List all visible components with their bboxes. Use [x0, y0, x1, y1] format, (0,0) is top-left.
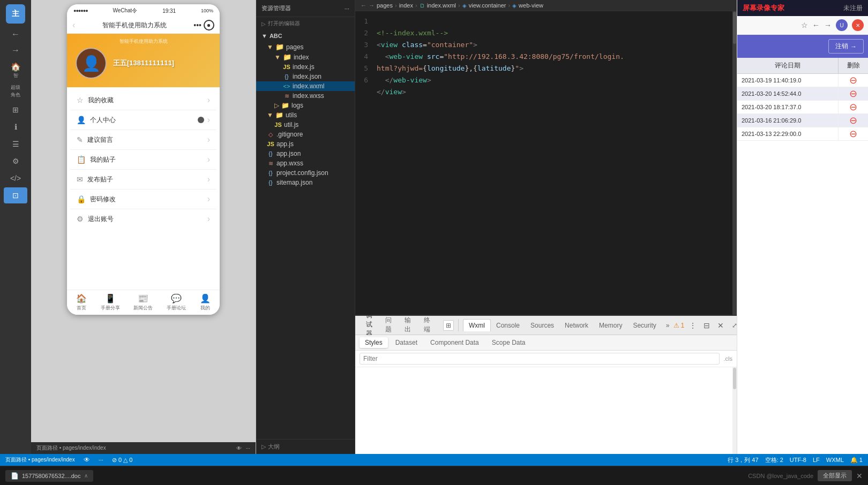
- nav-news[interactable]: 📰 新闻公告: [133, 293, 153, 312]
- open-editors-section[interactable]: ▷ 打开的编辑器: [256, 17, 355, 30]
- nav-home[interactable]: 🏠 首页: [76, 293, 87, 312]
- inner-tab-security[interactable]: Security: [627, 320, 661, 331]
- editor-scrollbar[interactable]: [732, 11, 737, 315]
- tree-item-pages[interactable]: ▼ 📁 pages: [256, 42, 355, 52]
- tree-item-index-json[interactable]: {} index.json: [256, 72, 355, 81]
- subtab-styles[interactable]: Styles: [360, 337, 388, 348]
- breadcrumb-pages[interactable]: pages: [377, 2, 393, 9]
- nav-back-btn[interactable]: ←: [361, 2, 366, 9]
- debug-close-btn[interactable]: ✕: [715, 321, 726, 330]
- menu-item-my-posts[interactable]: 📋 我的贴子 ›: [70, 150, 216, 170]
- delete-btn-1[interactable]: ⊖: [839, 74, 868, 86]
- debug-filter-row: .cls: [355, 351, 737, 367]
- sidebar-nav-back[interactable]: ←: [4, 27, 27, 42]
- inner-tab-wxml[interactable]: Wxml: [463, 319, 491, 331]
- ide-logo[interactable]: 主: [6, 4, 25, 24]
- sidebar-item-code[interactable]: </>: [4, 170, 27, 186]
- close-right[interactable]: ✕: [852, 19, 864, 31]
- delete-btn-4[interactable]: ⊖: [839, 115, 868, 126]
- inner-tab-console[interactable]: Console: [491, 320, 525, 331]
- sidebar-item-tool[interactable]: ⚙: [4, 153, 27, 169]
- code-editor-content[interactable]: 1 2 3 4 5 6 <!--index.wxml--> <view clas…: [355, 11, 737, 315]
- sidebar-nav-forward[interactable]: →: [4, 43, 27, 58]
- tree-item-util-js[interactable]: JS util.js: [256, 120, 355, 130]
- debug-layout-btn[interactable]: ⊟: [701, 321, 712, 330]
- sidebar-item-table[interactable]: ⊞: [4, 102, 27, 118]
- nav-mine[interactable]: 👤 我的: [200, 293, 211, 312]
- menu-item-favorites[interactable]: ☆ 我的收藏 ›: [70, 90, 216, 110]
- view-icon[interactable]: 👁: [236, 445, 242, 451]
- outline-section[interactable]: ▷ 大纲: [256, 439, 355, 454]
- nav-back-right[interactable]: ←: [812, 21, 820, 29]
- breadcrumb-webview[interactable]: web-view: [519, 2, 543, 9]
- nav-manual[interactable]: 📱 手册分享: [101, 293, 120, 312]
- menu-item-password[interactable]: 🔒 密码修改 ›: [70, 190, 216, 209]
- subtab-dataset[interactable]: Dataset: [390, 337, 423, 348]
- sidebar-item-super[interactable]: 超级 角色: [4, 81, 27, 101]
- tree-item-index-wxml[interactable]: <> index.wxml: [256, 81, 355, 91]
- more-options[interactable]: ···: [246, 445, 250, 451]
- nav-forward-right[interactable]: →: [824, 21, 832, 29]
- menu-item-suggestions[interactable]: ✎ 建议留言 ›: [70, 130, 216, 150]
- tab-issues[interactable]: 问题: [379, 313, 398, 338]
- nav-forward-btn[interactable]: →: [369, 2, 375, 9]
- code-text[interactable]: <!--index.wxml--> <view class="container…: [372, 11, 737, 315]
- delete-btn-3[interactable]: ⊖: [839, 101, 868, 113]
- inner-tab-network[interactable]: Network: [559, 320, 594, 331]
- tree-item-index-js[interactable]: JS index.js: [256, 62, 355, 72]
- menu-label-password: 密码修改: [90, 195, 207, 204]
- filter-input[interactable]: [360, 353, 720, 365]
- tree-item-app-json[interactable]: {} app.json: [256, 149, 355, 158]
- subtab-scope-data[interactable]: Scope Data: [487, 337, 531, 348]
- phone-menu-dots[interactable]: •••: [193, 21, 201, 29]
- file-explorer-more[interactable]: ···: [345, 5, 349, 12]
- status-eye-icon[interactable]: 👁: [84, 456, 90, 464]
- tree-item-app-wxss[interactable]: ≋ app.wxss: [256, 158, 355, 168]
- tree-item-gitignore[interactable]: ◇ .gitignore: [256, 130, 355, 139]
- tab-terminal[interactable]: 终端: [417, 313, 437, 338]
- avatar[interactable]: 👤: [76, 48, 107, 79]
- debug-scrollbar[interactable]: [732, 367, 737, 454]
- debug-more-btn[interactable]: ⋮: [687, 321, 698, 330]
- delete-btn-2[interactable]: ⊖: [839, 88, 868, 100]
- sidebar-item-home[interactable]: 🏠 智: [4, 61, 27, 80]
- tree-item-index-wxss[interactable]: ≋ index.wxss: [256, 91, 355, 101]
- delete-btn-5[interactable]: ⊖: [839, 128, 868, 140]
- logout-button[interactable]: 注销 →: [828, 39, 864, 54]
- phone-back-icon[interactable]: ‹: [72, 20, 75, 30]
- menu-item-publish[interactable]: ✉ 发布贴子 ›: [70, 170, 216, 190]
- taskbar-file-item[interactable]: 📄 1577580676532....doc ∧: [5, 470, 93, 482]
- tree-item-sitemap-json[interactable]: {} sitemap.json: [256, 178, 355, 187]
- sidebar-item-list[interactable]: ☰: [4, 136, 27, 152]
- menu-label-my-posts: 我的贴子: [90, 155, 207, 164]
- avatar-right[interactable]: U: [836, 19, 848, 31]
- show-all-btn[interactable]: 全部显示: [818, 470, 852, 481]
- phone-record-btn[interactable]: ⏺: [204, 20, 214, 31]
- menu-item-logout[interactable]: ⚙ 退出账号 ›: [70, 209, 216, 229]
- tree-item-project-config[interactable]: {} project.config.json: [256, 168, 355, 178]
- bookmark-icon[interactable]: ☆: [801, 21, 808, 29]
- comment-header-delete: 删除: [839, 58, 868, 73]
- nav-forum[interactable]: 💬 手册论坛: [167, 293, 186, 312]
- debug-expand-btn[interactable]: ⤢: [729, 322, 737, 329]
- breadcrumb-file[interactable]: index.wxml: [427, 2, 456, 9]
- tree-item-index-folder[interactable]: ▼ 📁 index: [256, 52, 355, 62]
- sidebar-item-active[interactable]: ⊡: [4, 187, 27, 203]
- inner-tab-sources[interactable]: Sources: [525, 320, 559, 331]
- debug-control-icon[interactable]: ⊞: [443, 320, 454, 331]
- inner-tab-more[interactable]: »: [662, 320, 674, 331]
- project-section[interactable]: ▼ ABC: [256, 30, 355, 42]
- inner-tab-memory[interactable]: Memory: [594, 320, 627, 331]
- sidebar-item-i[interactable]: ℹ: [4, 119, 27, 135]
- tree-item-logs[interactable]: ▷ 📁 logs: [256, 101, 355, 110]
- breadcrumb-view[interactable]: view.container: [469, 2, 506, 9]
- status-more[interactable]: ···: [99, 457, 103, 463]
- subtab-component-data[interactable]: Component Data: [425, 337, 484, 348]
- tab-output[interactable]: 输出: [398, 313, 417, 338]
- tree-item-utils[interactable]: ▼ 📁 utils: [256, 110, 355, 120]
- close-taskbar-btn[interactable]: ✕: [856, 472, 863, 480]
- debug-content[interactable]: [355, 367, 737, 454]
- breadcrumb-index[interactable]: index: [399, 2, 413, 9]
- menu-item-profile[interactable]: 👤 个人中心 ›: [70, 110, 216, 130]
- tree-item-app-js[interactable]: JS app.js: [256, 139, 355, 149]
